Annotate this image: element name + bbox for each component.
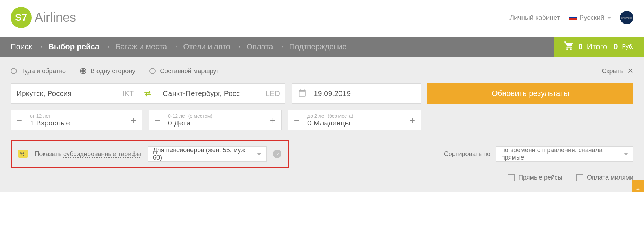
sort-select[interactable]: по времени отправления, сначала прямые	[496, 146, 633, 162]
crumb-hotels: Отели и авто	[183, 42, 230, 51]
cart-count: 0	[578, 42, 582, 51]
sort-label: Сортировать по	[444, 150, 490, 158]
arrow-icon: →	[104, 43, 111, 51]
update-results-button[interactable]: Обновить результаты	[427, 83, 633, 104]
radio-oneway[interactable]: В одну сторону	[80, 67, 135, 75]
swap-icon	[143, 89, 152, 98]
arrow-icon: →	[37, 43, 43, 51]
search-row: Иркутск, Россия IKT Санкт-Петербург, Рос…	[11, 83, 633, 104]
from-city-value: Иркутск, Россия	[17, 89, 71, 98]
cart-icon	[564, 41, 574, 53]
increment-button[interactable]: +	[125, 110, 142, 130]
crumb-flight[interactable]: Выбор рейса	[48, 42, 99, 51]
subsidized-selected: Для пенсионеров (жен: 55, муж: 60)	[153, 147, 254, 161]
help-icon[interactable]: ?	[273, 150, 281, 158]
crumb-confirm: Подтверждение	[289, 42, 347, 51]
date-value: 19.09.2019	[314, 89, 351, 98]
feedback-tab[interactable]: Обратная связь ☺	[632, 180, 644, 192]
subsidized-fares-box: %◦ Показать субсидированные тарифы Для п…	[11, 140, 289, 168]
infants-value: 0 Младенцы	[307, 119, 404, 127]
logo[interactable]: S7 Airlines	[11, 7, 76, 28]
hide-label: Скрыть	[602, 67, 624, 75]
passenger-row: − от 12 лет 1 Взрослые + − 0-12 лет (с м…	[11, 110, 633, 130]
chevron-down-icon	[624, 153, 628, 155]
chat-icon: ☺	[635, 187, 641, 192]
radio-icon	[11, 68, 17, 74]
date-input[interactable]: 19.09.2019	[292, 83, 421, 104]
hide-toggle[interactable]: Скрыть ✕	[602, 66, 633, 76]
percent-tag-icon: %◦	[18, 150, 28, 158]
account-link[interactable]: Личный кабинет	[510, 14, 560, 21]
crumb-search[interactable]: Поиск	[11, 42, 32, 51]
sort-selected: по времени отправления, сначала прямые	[501, 147, 620, 161]
chevron-down-icon	[607, 17, 611, 19]
cart-total[interactable]: 0 Итого 0 Руб.	[554, 37, 644, 57]
children-value: 0 Дети	[168, 119, 264, 127]
options-row: %◦ Показать субсидированные тарифы Для п…	[11, 140, 633, 168]
breadcrumb-bar: Поиск → Выбор рейса → Багаж и места → От…	[0, 37, 644, 57]
radio-roundtrip[interactable]: Туда и обратно	[11, 67, 66, 75]
direct-flights-checkbox[interactable]: Прямые рейсы	[508, 174, 562, 181]
radio-icon	[80, 68, 86, 74]
arrow-icon: →	[172, 43, 178, 51]
children-hint: 0-12 лет (с местом)	[168, 113, 264, 119]
crumb-baggage: Багаж и места	[115, 42, 167, 51]
adults-hint: от 12 лет	[30, 113, 125, 119]
cart-label: Итого	[587, 42, 607, 51]
children-stepper: − 0-12 лет (с местом) 0 Дети +	[149, 110, 282, 130]
radio-label: Туда и обратно	[21, 67, 66, 75]
to-city-input[interactable]: Санкт-Петербург, Росс LED	[157, 84, 285, 103]
adults-value: 1 Взрослые	[30, 119, 125, 127]
to-city-code: LED	[265, 89, 280, 98]
radio-icon	[149, 68, 156, 74]
radio-label: Составной маршрут	[160, 67, 219, 75]
flag-ru-icon	[569, 15, 577, 20]
infants-hint: до 2 лет (без места)	[307, 113, 404, 119]
oneworld-icon: oneworld	[620, 11, 633, 24]
radio-multicity[interactable]: Составной маршрут	[149, 67, 219, 75]
checkbox-icon	[576, 174, 583, 181]
cart-amount: 0	[613, 42, 618, 51]
arrow-icon: →	[235, 43, 242, 51]
decrement-button[interactable]: −	[149, 110, 166, 130]
header: S7 Airlines Личный кабинет Русский onewo…	[0, 0, 644, 37]
pay-miles-label: Оплата милями	[587, 174, 633, 181]
trip-type-row: Туда и обратно В одну сторону Составной …	[11, 66, 633, 76]
from-city-input[interactable]: Иркутск, Россия IKT	[11, 84, 139, 103]
filter-checks: Прямые рейсы Оплата милями	[11, 174, 633, 181]
decrement-button[interactable]: −	[11, 110, 28, 130]
increment-button[interactable]: +	[404, 110, 421, 130]
to-city-value: Санкт-Петербург, Росс	[163, 89, 240, 98]
search-form: Туда и обратно В одну сторону Составной …	[0, 57, 644, 192]
decrement-button[interactable]: −	[288, 110, 305, 130]
language-label: Русский	[580, 14, 605, 21]
cart-currency: Руб.	[622, 44, 633, 50]
crumb-payment: Оплата	[246, 42, 273, 51]
subsidized-label[interactable]: Показать субсидированные тарифы	[35, 150, 141, 158]
pay-miles-checkbox[interactable]: Оплата милями	[576, 174, 633, 181]
direct-flights-label: Прямые рейсы	[518, 174, 562, 181]
infants-stepper: − до 2 лет (без места) 0 Младенцы +	[288, 110, 421, 130]
close-icon: ✕	[627, 66, 633, 76]
checkbox-icon	[508, 174, 515, 181]
adults-stepper: − от 12 лет 1 Взрослые +	[11, 110, 142, 130]
swap-button[interactable]	[139, 84, 157, 103]
calendar-icon	[298, 88, 307, 99]
city-pair: Иркутск, Россия IKT Санкт-Петербург, Рос…	[11, 83, 285, 104]
arrow-icon: →	[278, 43, 285, 51]
sort-group: Сортировать по по времени отправления, с…	[444, 146, 633, 162]
subsidized-select[interactable]: Для пенсионеров (жен: 55, муж: 60)	[148, 146, 267, 162]
chevron-down-icon	[257, 153, 261, 155]
logo-s7-icon: S7	[11, 7, 32, 28]
header-right: Личный кабинет Русский oneworld	[510, 11, 633, 24]
radio-label: В одну сторону	[90, 67, 135, 75]
from-city-code: IKT	[122, 89, 134, 98]
logo-text: Airlines	[35, 10, 76, 25]
increment-button[interactable]: +	[264, 110, 281, 130]
language-selector[interactable]: Русский	[569, 14, 612, 21]
